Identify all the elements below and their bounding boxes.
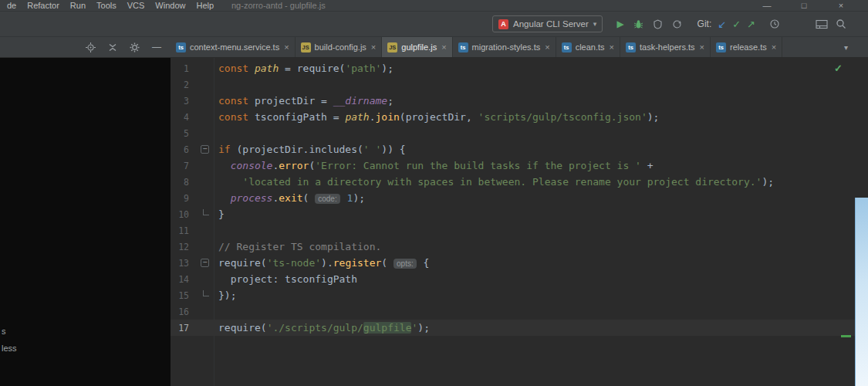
menu-item-refactor[interactable]: Refactor — [22, 1, 65, 10]
code-line[interactable]: 7 console.error('Error: Cannot run the b… — [171, 157, 868, 174]
code-token — [218, 176, 242, 188]
ts-file-icon: ts — [626, 42, 636, 52]
code-line[interactable]: 1const path = require('path'); — [171, 60, 868, 76]
menu-item-window[interactable]: Window — [150, 1, 191, 10]
fold-end-icon[interactable] — [203, 290, 209, 296]
code-token: ); — [353, 192, 365, 204]
code-line[interactable]: 13−require('ts-node').register( opts: { — [171, 255, 868, 271]
run-button[interactable]: ▶ — [616, 17, 623, 31]
git-commit-button[interactable]: ✓ — [732, 17, 741, 31]
tab-gulpfile.js[interactable]: JSgulpfile.js× — [382, 37, 452, 57]
run-configuration-select[interactable]: A Angular CLI Server ▾ — [492, 15, 603, 32]
collapse-all-button[interactable] — [108, 42, 117, 52]
tab-close-icon[interactable]: × — [284, 42, 289, 52]
code-line[interactable]: 8 'located in a directory with spaces in… — [171, 174, 868, 190]
fold-gutter-empty — [201, 178, 209, 186]
code-token: // Register TS compilation. — [218, 241, 381, 252]
line-number: 3 — [171, 96, 189, 107]
code-text[interactable]: const projectDir = __dirname; — [214, 95, 393, 107]
code-line[interactable]: 3const projectDir = __dirname; — [171, 93, 868, 109]
code-text[interactable]: console.error('Error: Cannot run the bui… — [214, 160, 654, 171]
tab-close-icon[interactable]: × — [441, 42, 446, 52]
project-panel-toolbar: — — [0, 37, 171, 57]
code-text[interactable]: process.exit( code: 1); — [214, 192, 365, 204]
code-token: }); — [218, 290, 236, 301]
code-line[interactable]: 15}); — [171, 287, 868, 303]
line-number: 14 — [171, 274, 189, 285]
fold-gutter-empty — [201, 226, 209, 235]
code-token: './scripts/gulp/ — [267, 322, 363, 334]
code-line[interactable]: 14 project: tsconfigPath — [171, 271, 868, 287]
tab-close-icon[interactable]: × — [700, 42, 704, 52]
coverage-button[interactable] — [653, 17, 663, 31]
code-text[interactable]: require('ts-node').register( opts: { — [214, 257, 429, 269]
desktop-background-sliver — [855, 198, 868, 386]
code-editor[interactable]: 1const path = require('path');23const pr… — [171, 58, 868, 386]
search-everywhere-button[interactable] — [836, 17, 846, 31]
project-tree-item[interactable]: less — [2, 340, 17, 357]
tab-task-helpers.ts[interactable]: tstask-helpers.ts× — [620, 37, 711, 57]
collapse-all-icon — [108, 42, 117, 52]
code-line[interactable]: 5 — [171, 125, 868, 141]
profiler-button[interactable] — [672, 17, 682, 31]
inspection-status-icon[interactable]: ✓ — [834, 63, 843, 74]
code-line[interactable]: 11 — [171, 222, 868, 239]
tab-close-icon[interactable]: × — [545, 42, 549, 52]
tab-clean.ts[interactable]: tsclean.ts× — [556, 37, 620, 57]
panel-settings-button[interactable] — [130, 42, 140, 52]
code-line[interactable]: 4const tsconfigPath = path.join(projectD… — [171, 109, 868, 125]
tab-migration-styles.ts[interactable]: tsmigration-styles.ts× — [453, 37, 556, 57]
tab-close-icon[interactable]: × — [610, 42, 614, 52]
code-text[interactable]: const tsconfigPath = path.join(projectDi… — [214, 111, 659, 123]
tab-close-icon[interactable]: × — [772, 42, 776, 52]
fold-collapse-icon[interactable]: − — [201, 259, 209, 267]
menu-item-code[interactable]: de — [2, 1, 22, 10]
code-token: ); — [647, 111, 660, 123]
fold-end-icon[interactable] — [203, 209, 209, 215]
debug-button[interactable] — [633, 17, 643, 31]
git-push-button[interactable]: ↗ — [747, 17, 755, 31]
code-text[interactable]: project: tsconfigPath — [214, 273, 357, 285]
code-line[interactable]: 2 — [171, 76, 868, 93]
project-panel[interactable]: sless — [0, 58, 171, 386]
history-button[interactable] — [769, 17, 780, 31]
scrollbar-change-marker[interactable] — [841, 335, 851, 337]
locate-file-button[interactable] — [86, 42, 96, 52]
layout-button[interactable] — [816, 17, 828, 31]
code-line[interactable]: 6−if (projectDir.includes(' ')) { — [171, 141, 868, 157]
menu-item-tools[interactable]: Tools — [91, 1, 122, 10]
code-text[interactable]: } — [214, 208, 225, 220]
git-update-button[interactable]: ↙ — [718, 17, 726, 31]
tab-label: gulpfile.js — [401, 42, 437, 52]
code-text[interactable]: const path = require('path'); — [214, 63, 393, 74]
code-token: require( — [218, 257, 267, 269]
code-text[interactable]: 'located in a directory with spaces in b… — [214, 176, 774, 188]
code-line[interactable]: 16 — [171, 303, 868, 320]
code-token — [341, 192, 347, 204]
hide-panel-button[interactable]: — — [152, 42, 161, 52]
menu-item-run[interactable]: Run — [65, 1, 91, 10]
fold-collapse-icon[interactable]: − — [201, 145, 209, 154]
code-text[interactable]: }); — [214, 290, 236, 301]
fold-gutter-empty — [201, 275, 209, 283]
menu-bar: de Refactor Run Tools VCS Window Help ng… — [0, 0, 868, 12]
code-line[interactable]: 17require('./scripts/gulp/gulpfile'); — [171, 320, 868, 336]
hidden-tabs-chevron[interactable]: ▾ — [844, 43, 848, 52]
minimize-button[interactable]: — — [762, 1, 772, 10]
code-line[interactable]: 10} — [171, 206, 868, 222]
code-text[interactable]: if (projectDir.includes(' ')) { — [214, 144, 406, 155]
tab-build-config.js[interactable]: JSbuild-config.js× — [296, 37, 383, 57]
project-tree-item[interactable]: s — [2, 323, 17, 340]
menu-item-help[interactable]: Help — [191, 1, 219, 10]
code-text[interactable]: // Register TS compilation. — [214, 241, 381, 252]
tab-close-icon[interactable]: × — [371, 42, 376, 52]
maximize-button[interactable]: □ — [799, 1, 809, 10]
tab-context-menu.service.ts[interactable]: tscontext-menu.service.ts× — [171, 37, 296, 57]
code-text[interactable]: require('./scripts/gulp/gulpfile'); — [214, 322, 430, 334]
tab-release.ts[interactable]: tsrelease.ts× — [711, 37, 782, 57]
code-line[interactable]: 12// Register TS compilation. — [171, 239, 868, 255]
menu-item-vcs[interactable]: VCS — [122, 1, 150, 10]
angular-cli-icon: A — [498, 19, 508, 29]
close-button[interactable]: × — [836, 1, 846, 10]
code-line[interactable]: 9 process.exit( code: 1); — [171, 190, 868, 206]
